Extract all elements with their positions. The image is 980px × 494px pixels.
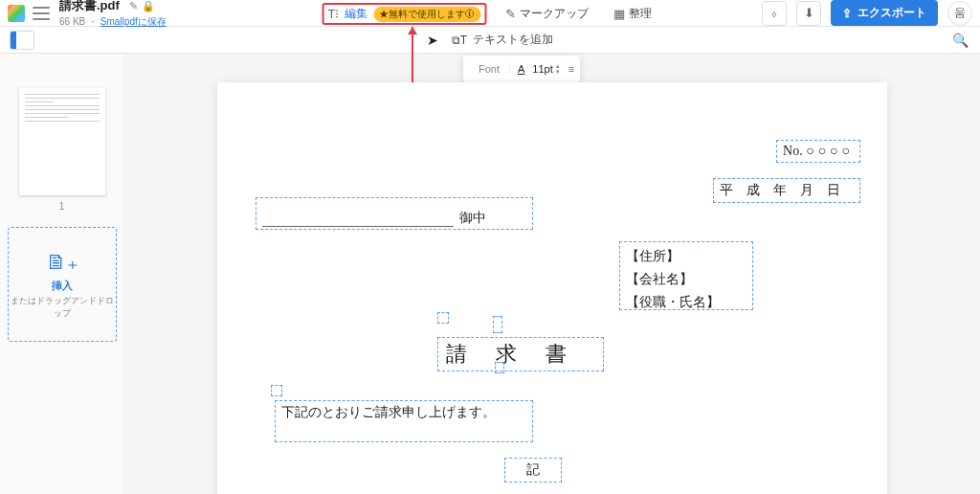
- edit-handle[interactable]: [437, 312, 449, 324]
- thumb-page-number: 1: [59, 201, 65, 212]
- field-invoice-number[interactable]: No. ○○○○: [776, 140, 860, 163]
- tab-organize[interactable]: ▦ 整理: [608, 3, 657, 25]
- search-button[interactable]: 🔍: [952, 33, 969, 48]
- textbox-icon: ⧉T: [452, 34, 467, 47]
- field-ki[interactable]: 記: [504, 458, 562, 483]
- export-button[interactable]: ⇪ エクスポート: [831, 0, 938, 26]
- tab-edit[interactable]: 編集: [345, 6, 368, 22]
- main-area: 1 🗎₊ 挿入 またはドラッグアンドドロップ No. ○○○○ 平成年月日 御中…: [0, 54, 980, 494]
- filename: 請求書.pdf: [59, 0, 120, 14]
- sidebar-toggle[interactable]: [10, 31, 34, 50]
- insert-page-icon: 🗎₊: [46, 250, 78, 275]
- export-icon: ⇪: [842, 7, 852, 20]
- field-intro[interactable]: 下記のとおりご請求申し上げます。: [275, 400, 533, 442]
- field-title[interactable]: 請求書: [437, 337, 604, 371]
- field-date[interactable]: 平成年月日: [713, 178, 860, 203]
- edit-toolbar: ➤ ⧉T テキストを追加 🔍: [0, 27, 980, 54]
- top-tabs: T⁝ 編集 ★無料で使用します🛈 ✎ マークアップ ▦ 整理: [323, 3, 658, 25]
- save-link[interactable]: Smallpdfに保存: [100, 16, 167, 27]
- file-size: 66 KB: [59, 16, 85, 27]
- file-info: 請求書.pdf ✎ 🔒 66 KB ・ Smallpdfに保存: [59, 0, 167, 29]
- grid-icon: ▦: [613, 7, 625, 21]
- cursor-tool[interactable]: ➤: [427, 33, 438, 48]
- app-logo: [8, 5, 25, 22]
- lock-icon: 🔒: [142, 0, 155, 12]
- edit-handle[interactable]: [493, 316, 502, 333]
- pdf-page: No. ○○○○ 平成年月日 御中 【住所】 【会社名】 【役職・氏名】 請求書…: [217, 82, 887, 494]
- download-button[interactable]: ⬇: [796, 1, 821, 26]
- user-avatar[interactable]: 움: [947, 1, 972, 26]
- share-button[interactable]: ⬨: [762, 1, 787, 26]
- tab-edit-highlighted: T⁝ 編集 ★無料で使用します🛈: [323, 3, 487, 25]
- edit-filename-icon[interactable]: ✎: [129, 0, 138, 12]
- field-sender-info[interactable]: 【住所】 【会社名】 【役職・氏名】: [619, 241, 753, 310]
- tab-markup[interactable]: ✎ マークアップ: [500, 3, 594, 25]
- thumbnail-sidebar: 1 🗎₊ 挿入 またはドラッグアンドドロップ: [0, 54, 124, 494]
- header-actions: ⬨ ⬇ ⇪ エクスポート 움: [762, 0, 972, 26]
- page-thumbnail[interactable]: [19, 88, 105, 195]
- document-canvas[interactable]: No. ○○○○ 平成年月日 御中 【住所】 【会社名】 【役職・氏名】 請求書…: [124, 54, 980, 494]
- recipient-underline: [262, 226, 454, 227]
- insert-page-dropzone[interactable]: 🗎₊ 挿入 またはドラッグアンドドロップ: [8, 227, 117, 342]
- add-text-tool[interactable]: ⧉T テキストを追加: [452, 32, 553, 48]
- free-badge[interactable]: ★無料で使用します🛈: [373, 7, 480, 22]
- edit-text-icon: T⁝: [328, 7, 340, 21]
- menu-button[interactable]: [33, 7, 50, 20]
- pencil-icon: ✎: [505, 7, 516, 21]
- header-bar: 請求書.pdf ✎ 🔒 66 KB ・ Smallpdfに保存 T⁝ 編集 ★無…: [0, 0, 980, 27]
- field-recipient[interactable]: 御中: [256, 197, 533, 230]
- edit-handle[interactable]: [271, 385, 282, 396]
- edit-handle[interactable]: [495, 362, 504, 373]
